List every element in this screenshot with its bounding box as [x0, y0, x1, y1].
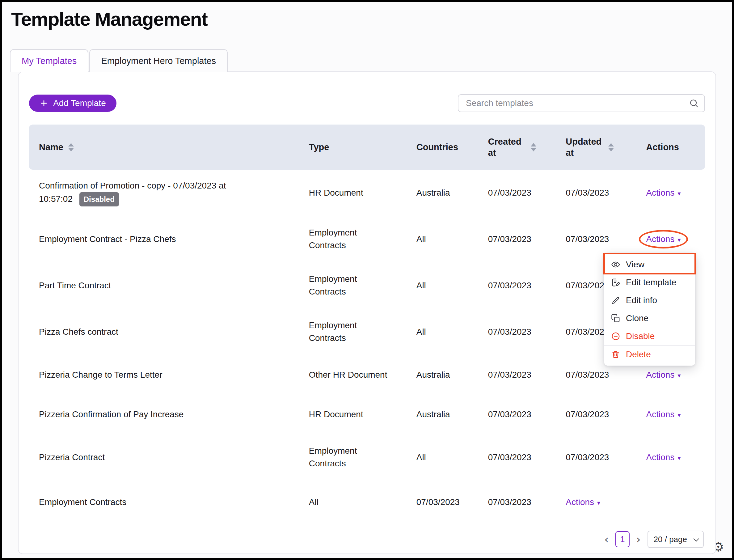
caret-down-icon: ▾ [677, 190, 681, 197]
tab-bar: My Templates Employment Hero Templates [10, 49, 732, 72]
template-name: Confirmation of Promotion - copy - 07/03… [39, 181, 226, 204]
actions-cell: Actions ▾ [646, 452, 705, 462]
tab-my-templates-label: My Templates [22, 56, 77, 66]
name-cell: Pizzeria Change to Terms Letter [29, 368, 309, 381]
name-cell: Pizzeria Contract [29, 451, 309, 464]
add-template-button[interactable]: Add Template [29, 95, 117, 112]
updated-at-cell: Actions ▾ [566, 497, 646, 507]
sort-icon [68, 143, 74, 151]
actions-link[interactable]: Actions ▾ [646, 370, 681, 380]
column-header-name-label: Name [39, 142, 63, 152]
name-cell: Confirmation of Promotion - copy - 07/03… [29, 179, 309, 206]
disabled-badge: Disabled [79, 192, 119, 206]
sort-icon [531, 143, 536, 151]
type-cell: HR Document [309, 408, 416, 421]
countries-cell: Australia [416, 188, 488, 198]
template-name: Pizzeria Contract [39, 452, 105, 462]
created-at-cell: 07/03/2023 [488, 327, 566, 337]
table-header-row: Name Type Countries Created at Updated a… [29, 125, 705, 170]
table-row: Pizzeria Change to Terms Letter Other HR… [29, 355, 705, 395]
edit-template-icon [611, 278, 620, 287]
created-at-cell: 07/03/2023 [488, 409, 566, 419]
column-header-actions: Actions [646, 142, 705, 152]
table-row: Pizzeria Contract Employment Contracts A… [29, 434, 705, 481]
caret-down-icon: ▾ [677, 455, 681, 461]
updated-at-cell: 07/03/2023 [566, 370, 646, 380]
trash-icon [611, 350, 620, 359]
menu-item-edit-template[interactable]: Edit template [604, 274, 695, 291]
countries-cell: All [416, 327, 488, 337]
created-at-cell: 07/03/2023 [488, 281, 566, 291]
caret-down-icon: ▾ [597, 500, 600, 506]
table-row: Pizza Chefs contract Employment Contract… [29, 309, 705, 355]
template-name: Employment Contracts [39, 497, 126, 507]
actions-link[interactable]: Actions ▾ [566, 497, 600, 507]
type-cell: Employment Contracts [309, 319, 416, 344]
disable-icon [611, 332, 620, 341]
table-row: Employment Contracts All 07/03/2023 07/0… [29, 481, 705, 524]
menu-item-disable[interactable]: Disable [604, 327, 695, 345]
page-size-select[interactable]: 20 / page [647, 531, 704, 548]
type-cell: HR Document [309, 187, 416, 199]
table-row: Confirmation of Promotion - copy - 07/03… [29, 170, 705, 216]
actions-link[interactable]: Actions ▾ [646, 188, 681, 198]
table-row: Employment Contract - Pizza Chefs Employ… [29, 216, 705, 262]
name-cell: Employment Contract - Pizza Chefs [29, 233, 309, 246]
countries-cell: Australia [416, 409, 488, 419]
menu-item-delete[interactable]: Delete [604, 345, 695, 363]
column-header-type: Type [309, 142, 416, 152]
template-name: Employment Contract - Pizza Chefs [39, 234, 176, 244]
toolbar: Add Template [19, 72, 715, 112]
column-header-countries-label: Countries [416, 142, 458, 152]
created-at-cell: 07/03/2023 [488, 234, 566, 244]
table-row: Part Time Contract Employment Contracts … [29, 262, 705, 309]
tab-my-templates[interactable]: My Templates [10, 49, 88, 72]
menu-item-view[interactable]: View [604, 256, 695, 274]
created-at-cell: 07/03/2023 [488, 188, 566, 198]
name-cell: Pizza Chefs contract [29, 325, 309, 338]
actions-link[interactable]: Actions ▾ [646, 409, 681, 419]
menu-item-edit-template-label: Edit template [626, 278, 676, 287]
updated-at-cell: 07/03/2023 [566, 234, 646, 244]
name-cell: Pizzeria Confirmation of Pay Increase [29, 408, 309, 421]
countries-cell: All [416, 234, 488, 244]
column-header-updated-at-label: Updated at [566, 136, 603, 159]
current-page-button[interactable]: 1 [615, 531, 630, 547]
actions-cell: Actions ▾ [646, 234, 705, 244]
column-header-updated-at[interactable]: Updated at [566, 136, 646, 159]
actions-cell: Actions ▾ [646, 409, 705, 419]
clone-icon [611, 314, 620, 323]
pencil-icon [611, 296, 620, 305]
column-header-name[interactable]: Name [29, 142, 309, 152]
templates-card: Add Template Name Type Countries Created… [18, 71, 716, 554]
actions-link[interactable]: Actions ▾ [646, 234, 681, 244]
type-cell: Employment Contracts [309, 273, 416, 298]
created-at-cell: 07/03/2023 [488, 370, 566, 380]
column-header-created-at[interactable]: Created at [488, 136, 566, 159]
templates-table: Name Type Countries Created at Updated a… [29, 125, 705, 524]
created-at-cell: 07/03/2023 [488, 452, 566, 462]
countries-cell: Australia [416, 370, 488, 380]
actions-cell: Actions ▾ [646, 370, 705, 380]
eye-icon [611, 260, 620, 269]
template-name: Part Time Contract [39, 281, 111, 290]
type-cell: Employment Contracts [309, 227, 416, 252]
previous-page-button[interactable]: ‹ [602, 533, 610, 545]
actions-link[interactable]: Actions ▾ [646, 452, 681, 462]
template-name: Pizzeria Change to Terms Letter [39, 370, 162, 380]
caret-down-icon: ▾ [677, 372, 681, 379]
menu-item-edit-info[interactable]: Edit info [604, 291, 695, 309]
name-cell: Employment Contracts [29, 496, 309, 509]
next-page-button[interactable]: › [634, 533, 643, 545]
countries-cell: All [416, 281, 488, 291]
add-template-button-label: Add Template [53, 98, 106, 108]
search-input[interactable] [458, 94, 705, 112]
tab-employment-hero-templates[interactable]: Employment Hero Templates [89, 49, 228, 72]
column-header-countries: Countries [416, 142, 488, 152]
menu-item-delete-label: Delete [626, 350, 651, 359]
type-cell: All [309, 496, 416, 509]
caret-down-icon: ▾ [677, 237, 681, 243]
menu-item-clone[interactable]: Clone [604, 309, 695, 327]
updated-at-cell: 07/03/2023 [566, 452, 646, 462]
column-header-actions-label: Actions [646, 142, 679, 152]
